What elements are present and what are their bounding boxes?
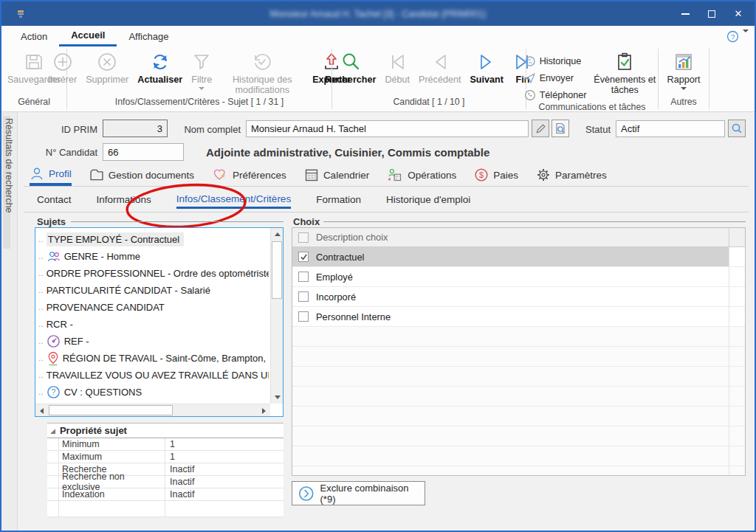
rapport-dropdown-icon: [681, 87, 687, 90]
scroll-left-button[interactable]: [35, 404, 48, 417]
scrollbar-thumb[interactable]: [49, 405, 173, 415]
tab-contact[interactable]: Contact: [37, 194, 72, 207]
funnel-icon: [191, 49, 212, 75]
group-label-candidat: Candidat [ 1 / 10 ]: [332, 97, 526, 111]
id-prim-field[interactable]: 3: [103, 120, 168, 137]
filtre-button[interactable]: Filtre: [187, 49, 216, 90]
list-item[interactable]: ‥ ? CV : QUESTIONS: [37, 384, 269, 401]
tab-calendrier[interactable]: Calendrier: [304, 164, 369, 186]
rapport-button[interactable]: Rapport: [663, 49, 705, 90]
group-label-sujet: Infos/Classement/Critères - Sujet [ 1 / …: [67, 97, 331, 111]
tab-paies[interactable]: $ Paies: [474, 164, 518, 186]
property-row: IndexationInactif: [47, 488, 284, 501]
collapse-expander-icon[interactable]: ◢: [50, 427, 55, 435]
evenements-button[interactable]: Évènements et tâches: [589, 49, 660, 96]
tab-accueil[interactable]: Accueil: [59, 26, 117, 46]
ribbon-separator: [709, 49, 709, 109]
chevron-circle-icon: [298, 486, 315, 502]
tab-formation[interactable]: Formation: [316, 194, 361, 207]
nom-complet-field[interactable]: Monsieur Arnaud H. Tachel: [246, 120, 529, 137]
location-pin-icon: [47, 351, 60, 366]
list-item[interactable]: ‥TRAVAILLEZ VOUS OU AVEZ TRAVAILLÉ DANS …: [37, 367, 269, 384]
choix-row-empty: [292, 426, 745, 446]
vertical-scrollbar[interactable]: [270, 228, 283, 404]
choix-header-row: Description choix: [292, 228, 745, 247]
num-candidat-field[interactable]: 66: [103, 143, 184, 161]
chevron-down-icon[interactable]: [743, 32, 749, 44]
tab-infos-classement-criteres[interactable]: Infos/Classement/Critères: [176, 193, 291, 209]
plus-circle-icon: [52, 49, 73, 75]
tab-historique-emploi[interactable]: Historique d'emploi: [386, 194, 470, 207]
gauge-icon: [47, 334, 61, 349]
tab-preferences[interactable]: Préférences: [212, 164, 286, 186]
statut-label: Statut: [559, 124, 611, 135]
suivant-button[interactable]: Suivant: [465, 49, 508, 85]
folder-icon: [89, 167, 104, 182]
scroll-down-button[interactable]: [271, 391, 284, 404]
choix-row-empty: [292, 387, 745, 407]
row-checkbox[interactable]: [298, 272, 309, 282]
supprimer-button[interactable]: Supprimer: [81, 49, 133, 85]
historique-modifications-button[interactable]: Historique des modifications: [216, 49, 308, 96]
horizontal-scrollbar[interactable]: [35, 404, 270, 416]
group-label-autres: Autres: [659, 97, 709, 111]
precedent-button[interactable]: Précédent: [414, 49, 465, 85]
history-check-icon: [252, 49, 272, 75]
telephoner-button[interactable]: Téléphoner: [524, 88, 587, 102]
list-item[interactable]: ‥ORDRE PROFESSIONNEL - Ordre des optomét…: [37, 265, 269, 282]
list-item[interactable]: ‥TYPE EMPLOYÉ - Contractuel: [37, 231, 269, 248]
choix-row[interactable]: Contractuel: [292, 247, 745, 267]
edit-name-button[interactable]: [532, 120, 549, 137]
statut-field[interactable]: Actif: [616, 120, 725, 137]
list-item[interactable]: ‥ REF -: [37, 333, 269, 350]
operations-icon: [387, 167, 403, 182]
minimize-button[interactable]: [672, 1, 698, 26]
divider: [24, 186, 749, 187]
debut-button[interactable]: Début: [380, 49, 414, 85]
title-bar: Monsieur Arnaud H. Tachel [3] - Candidat…: [1, 1, 755, 26]
tab-informations[interactable]: Informations: [97, 194, 151, 207]
choix-row[interactable]: Employé: [292, 267, 745, 287]
help-icon[interactable]: ?: [726, 30, 739, 45]
tab-gestion-documents[interactable]: Gestion documents: [89, 164, 194, 186]
row-checkbox-checked[interactable]: [298, 252, 309, 262]
num-candidat-label: N° Candidat: [24, 147, 97, 158]
tab-parametres[interactable]: Paramètres: [536, 164, 607, 186]
next-record-icon: [476, 49, 497, 75]
list-item[interactable]: ‥RCR -: [37, 316, 269, 333]
envoyer-button[interactable]: Envoyer: [524, 71, 587, 85]
maximize-button[interactable]: [698, 1, 725, 26]
choix-row[interactable]: Personnel Interne: [292, 307, 745, 327]
row-checkbox[interactable]: [298, 291, 309, 302]
choix-row[interactable]: Incorporé: [292, 287, 745, 307]
close-button[interactable]: ✕: [725, 1, 752, 26]
tab-affichage[interactable]: Affichage: [117, 26, 180, 46]
tab-profil[interactable]: Profil: [30, 164, 72, 186]
row-checkbox[interactable]: [298, 311, 309, 322]
list-item[interactable]: ‥PARTICULARITÉ CANDIDAT - Salarié: [37, 282, 269, 299]
ribbon: Sauvegarder Général Insérer Supprimer: [1, 46, 755, 112]
tab-action[interactable]: Action: [9, 26, 59, 46]
statut-lookup-button[interactable]: [728, 120, 746, 137]
x-circle-icon: [97, 49, 117, 75]
scroll-up-button[interactable]: [271, 228, 284, 241]
svg-text:$: $: [479, 170, 484, 179]
inserer-button[interactable]: Insérer: [44, 49, 81, 85]
save-icon: [24, 49, 44, 75]
scrollbar-thumb[interactable]: [272, 241, 282, 299]
svg-text:?: ?: [52, 388, 56, 396]
choix-table: Description choix Contractuel Employé In…: [292, 227, 746, 476]
list-item[interactable]: ‥PROVENANCE CANDIDAT: [37, 299, 269, 316]
results-side-panel[interactable]: Résultats de recherche: [1, 112, 18, 531]
historique-button[interactable]: Historique: [524, 54, 587, 68]
rechercher-button[interactable]: Rechercher: [320, 49, 380, 85]
select-all-checkbox[interactable]: [298, 232, 309, 243]
gear-icon: [536, 167, 551, 182]
actualiser-button[interactable]: Actualiser: [133, 49, 187, 85]
list-item[interactable]: ‥ GENRE - Homme: [37, 248, 269, 265]
tab-operations[interactable]: Opérations: [387, 164, 456, 186]
sub-tab-bar: Contact Informations Infos/Classement/Cr…: [37, 192, 470, 210]
list-item[interactable]: ‥ RÉGION DE TRAVAIL - Saint-Côme, Brampt…: [37, 350, 269, 367]
exclure-combinaison-button[interactable]: Exclure combinaison (*9): [292, 481, 425, 505]
scroll-right-button[interactable]: [258, 404, 270, 417]
